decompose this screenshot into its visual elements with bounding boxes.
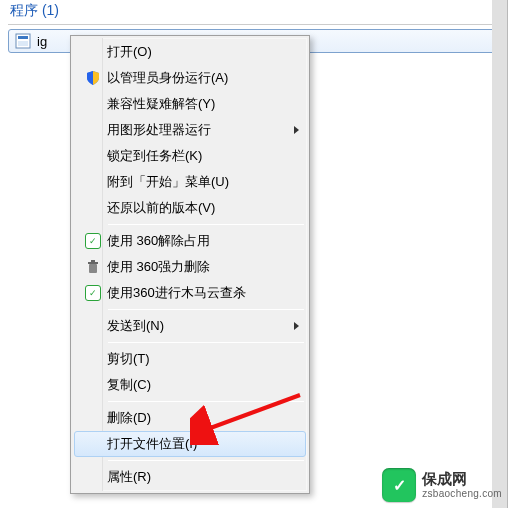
menu-item[interactable]: 以管理员身份运行(A) xyxy=(74,65,306,91)
menu-separator xyxy=(108,309,304,310)
360-icon: ✓ xyxy=(79,285,107,301)
menu-item[interactable]: 锁定到任务栏(K) xyxy=(74,143,306,169)
menu-item[interactable]: 发送到(N) xyxy=(74,313,306,339)
svg-rect-2 xyxy=(18,41,28,46)
menu-separator xyxy=(108,460,304,461)
chevron-right-icon xyxy=(294,322,299,330)
result-item-label: ig xyxy=(37,34,47,49)
section-divider xyxy=(8,24,499,25)
menu-item-label: 用图形处理器运行 xyxy=(107,121,285,139)
svg-rect-4 xyxy=(89,264,97,273)
menu-item-label: 附到「开始」菜单(U) xyxy=(107,173,285,191)
menu-item-label: 使用360进行木马云查杀 xyxy=(107,284,285,302)
menu-item[interactable]: 打开(O) xyxy=(74,39,306,65)
menu-item-label: 兼容性疑难解答(Y) xyxy=(107,95,285,113)
menu-item-label: 打开文件位置(I) xyxy=(107,435,285,453)
menu-item-label: 删除(D) xyxy=(107,409,285,427)
menu-item-label: 使用 360解除占用 xyxy=(107,232,285,250)
menu-item-label: 还原以前的版本(V) xyxy=(107,199,285,217)
svg-rect-1 xyxy=(18,36,28,39)
trash-icon xyxy=(79,259,107,275)
menu-item[interactable]: 用图形处理器运行 xyxy=(74,117,306,143)
menu-item[interactable]: 剪切(T) xyxy=(74,346,306,372)
menu-item-label: 剪切(T) xyxy=(107,350,285,368)
menu-item[interactable]: ✓使用360进行木马云查杀 xyxy=(74,280,306,306)
menu-item[interactable]: 属性(R) xyxy=(74,464,306,490)
watermark-cn: 保成网 xyxy=(422,471,502,488)
right-edge xyxy=(492,0,507,508)
menu-item-label: 复制(C) xyxy=(107,376,285,394)
chevron-right-icon xyxy=(294,126,299,134)
menu-item[interactable]: 兼容性疑难解答(Y) xyxy=(74,91,306,117)
menu-item-label: 属性(R) xyxy=(107,468,285,486)
menu-item[interactable]: ✓使用 360解除占用 xyxy=(74,228,306,254)
menu-separator xyxy=(108,401,304,402)
svg-rect-5 xyxy=(88,262,98,264)
360-icon: ✓ xyxy=(79,233,107,249)
svg-rect-6 xyxy=(91,260,95,262)
watermark-en: zsbaocheng.com xyxy=(422,488,502,499)
context-menu: 打开(O)以管理员身份运行(A)兼容性疑难解答(Y)用图形处理器运行锁定到任务栏… xyxy=(70,35,310,494)
menu-separator xyxy=(108,224,304,225)
menu-item-label: 使用 360强力删除 xyxy=(107,258,285,276)
menu-separator xyxy=(108,342,304,343)
menu-item-label: 锁定到任务栏(K) xyxy=(107,147,285,165)
app-icon xyxy=(15,33,31,49)
watermark-logo: ✓ xyxy=(382,468,416,502)
menu-item[interactable]: 附到「开始」菜单(U) xyxy=(74,169,306,195)
shield-icon xyxy=(79,70,107,86)
menu-item[interactable]: 复制(C) xyxy=(74,372,306,398)
menu-item[interactable]: 打开文件位置(I) xyxy=(74,431,306,457)
menu-item-label: 以管理员身份运行(A) xyxy=(107,69,285,87)
context-menu-inner: 打开(O)以管理员身份运行(A)兼容性疑难解答(Y)用图形处理器运行锁定到任务栏… xyxy=(73,38,307,491)
menu-item-label: 发送到(N) xyxy=(107,317,285,335)
menu-item[interactable]: 还原以前的版本(V) xyxy=(74,195,306,221)
watermark: ✓ 保成网 zsbaocheng.com xyxy=(382,468,502,502)
menu-item[interactable]: 使用 360强力删除 xyxy=(74,254,306,280)
section-header: 程序 (1) xyxy=(0,0,507,24)
menu-item-label: 打开(O) xyxy=(107,43,285,61)
menu-item[interactable]: 删除(D) xyxy=(74,405,306,431)
watermark-text: 保成网 zsbaocheng.com xyxy=(422,471,502,499)
